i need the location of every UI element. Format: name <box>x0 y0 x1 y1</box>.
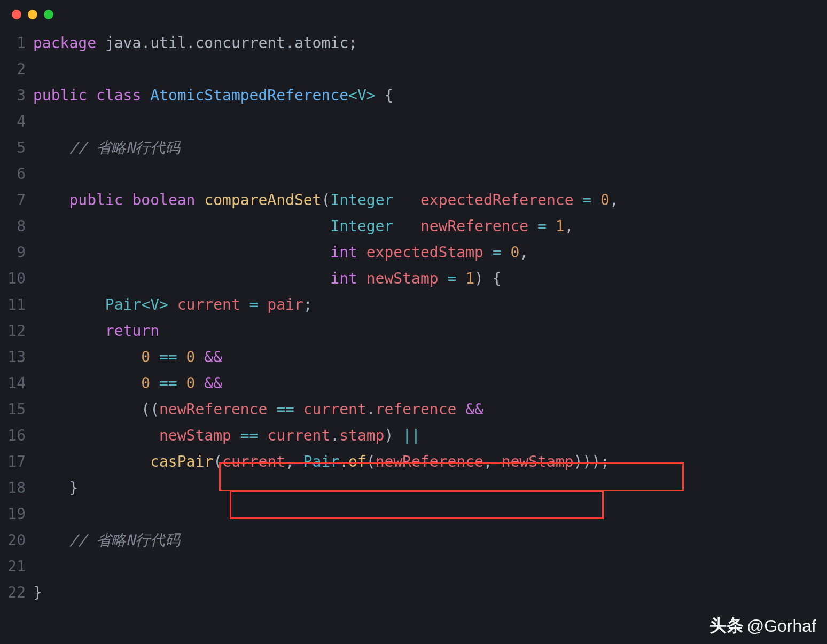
op: == <box>231 427 267 444</box>
property: stamp <box>339 427 384 444</box>
variable: newReference <box>159 400 267 418</box>
type: Integer <box>330 191 393 209</box>
class-name: AtomicStampedReference <box>150 87 348 104</box>
line-number: 18 <box>0 475 33 501</box>
method-name: of <box>348 453 366 470</box>
code-line: 7 public boolean compareAndSet(Integer e… <box>0 187 827 213</box>
line-number: 11 <box>0 292 33 318</box>
punct: ) <box>384 427 393 444</box>
param: expectedStamp <box>366 244 483 261</box>
op: = <box>439 270 466 287</box>
op: && <box>465 400 483 418</box>
variable: current <box>222 453 285 470</box>
op: == <box>150 374 186 392</box>
code-line: 12 return <box>0 318 827 344</box>
number: 1 <box>556 217 565 235</box>
method-name: compareAndSet <box>204 191 321 209</box>
punct: . <box>339 453 348 470</box>
watermark-brand: 头条 <box>709 614 744 638</box>
number: 0 <box>186 374 196 392</box>
punct: { <box>384 87 393 104</box>
punct: } <box>69 479 78 497</box>
line-number: 15 <box>0 396 33 422</box>
maximize-icon[interactable] <box>44 10 53 19</box>
line-number: 7 <box>0 187 33 213</box>
variable: newReference <box>376 453 483 470</box>
op: = <box>528 217 556 235</box>
type: Pair <box>303 453 339 470</box>
code-editor: 1package java.util.concurrent.atomic; 2 … <box>0 25 827 606</box>
code-line: 1package java.util.concurrent.atomic; <box>0 30 827 56</box>
op: || <box>402 427 420 444</box>
code-line: 20 // 省略N行代码 <box>0 527 827 553</box>
code-line: 8 Integer newReference = 1, <box>0 213 827 239</box>
punct: , <box>610 191 619 209</box>
punct: { <box>493 270 502 287</box>
punct: ; <box>348 34 357 52</box>
code-line: 10 int newStamp = 1) { <box>0 265 827 292</box>
variable: newStamp <box>159 427 231 444</box>
line-number: 8 <box>0 213 33 239</box>
variable: newStamp <box>502 453 574 470</box>
punct: ( <box>213 453 222 470</box>
punct: ( <box>366 453 376 470</box>
number: 0 <box>141 374 150 392</box>
punct: , <box>565 217 574 235</box>
comment: // 省略N行代码 <box>69 139 180 156</box>
line-number: 22 <box>0 579 33 606</box>
op: = <box>240 296 268 313</box>
line-number: 12 <box>0 318 33 344</box>
punct: . <box>366 400 376 418</box>
punct: ) <box>474 270 483 287</box>
param: expectedReference <box>420 191 574 209</box>
punct: ( <box>150 400 159 418</box>
number: 0 <box>186 348 196 366</box>
minimize-icon[interactable] <box>28 10 37 19</box>
property: reference <box>376 400 457 418</box>
keyword: boolean <box>132 191 195 209</box>
punct: . <box>330 427 339 444</box>
code-line: 19 <box>0 501 827 527</box>
keyword: package <box>33 34 96 52</box>
generic-param: V <box>150 296 159 313</box>
number: 1 <box>465 270 474 287</box>
punct: , <box>483 453 502 470</box>
line-number: 17 <box>0 449 33 475</box>
keyword: int <box>330 270 357 287</box>
punct: ))) <box>574 453 601 470</box>
package-path: java.util.concurrent.atomic <box>105 34 348 52</box>
code-line: 21 <box>0 553 827 579</box>
code-line: 11 Pair<V> current = pair; <box>0 292 827 318</box>
param: newStamp <box>366 270 439 287</box>
line-number: 1 <box>0 30 33 56</box>
op: == <box>267 400 303 418</box>
line-number: 5 <box>0 135 33 161</box>
op: && <box>204 374 222 392</box>
watermark: 头条 @Gorhaf <box>709 614 816 638</box>
keyword: public <box>69 191 123 209</box>
code-line: 4 <box>0 108 827 135</box>
window-titlebar <box>0 0 827 25</box>
type: Integer <box>330 217 393 235</box>
code-line: 18 } <box>0 475 827 501</box>
code-line: 9 int expectedStamp = 0, <box>0 239 827 265</box>
line-number: 3 <box>0 82 33 108</box>
op: = <box>483 244 511 261</box>
line-number: 19 <box>0 501 33 527</box>
line-number: 2 <box>0 56 33 82</box>
code-window: 1package java.util.concurrent.atomic; 2 … <box>0 0 827 644</box>
line-number: 10 <box>0 265 33 292</box>
line-number: 21 <box>0 553 33 579</box>
method-name: casPair <box>150 453 213 470</box>
code-line: 2 <box>0 56 827 82</box>
variable: current <box>177 296 240 313</box>
variable: pair <box>267 296 303 313</box>
code-line: 15 ((newReference == current.reference &… <box>0 396 827 422</box>
type: Pair <box>105 296 141 313</box>
punct: < <box>348 87 357 104</box>
punct: , <box>285 453 303 470</box>
code-line: 5 // 省略N行代码 <box>0 135 827 161</box>
close-icon[interactable] <box>12 10 21 19</box>
line-number: 16 <box>0 422 33 449</box>
punct: > <box>159 296 168 313</box>
